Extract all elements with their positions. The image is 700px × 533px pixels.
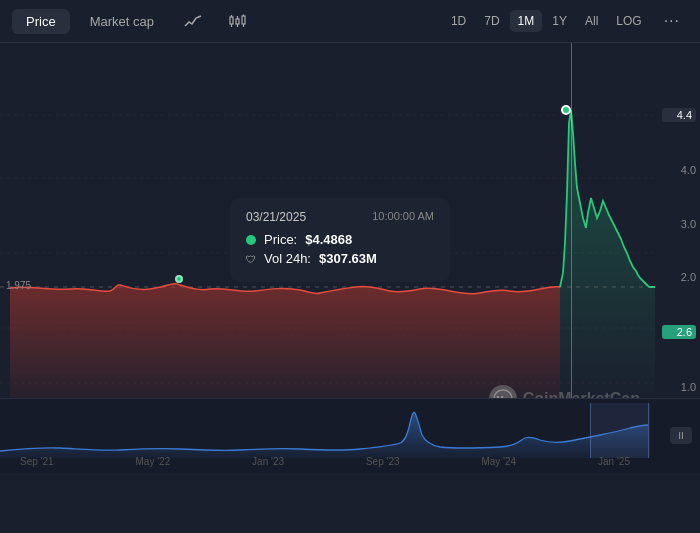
overview-x-4: Sep '23 [366, 456, 400, 467]
svg-rect-3 [236, 19, 239, 24]
time-1m[interactable]: 1M [510, 10, 543, 32]
chart-header: Price Market cap 1D 7D 1M 1Y All LOG ··· [0, 0, 700, 43]
overview-x-2: May '22 [136, 456, 171, 467]
line-chart-icon[interactable] [174, 9, 212, 33]
overview-svg [0, 403, 650, 458]
y-label-40: 4.0 [662, 164, 696, 176]
y-label-30: 3.0 [662, 218, 696, 230]
left-value-label: 1.975 [6, 280, 31, 291]
main-chart: 4.4 4.0 3.0 2.0 2.6 1.0 1.975 26 Feb 2 M… [0, 43, 700, 473]
tooltip-date-row: 03/21/2025 10:00:00 AM [246, 210, 434, 224]
more-button[interactable]: ··· [656, 8, 688, 34]
tooltip-vol-value: $307.63M [319, 251, 377, 266]
shield-icon: 🛡 [246, 254, 256, 264]
tab-marketcap[interactable]: Market cap [76, 9, 168, 34]
tooltip-time: 10:00:00 AM [372, 210, 434, 224]
tooltip-price-value: $4.4868 [305, 232, 352, 247]
svg-rect-19 [648, 403, 649, 458]
tooltip-price-label: Price: [264, 232, 297, 247]
overview-x-6: Jan '25 [598, 456, 630, 467]
time-7d[interactable]: 7D [476, 10, 507, 32]
time-1d[interactable]: 1D [443, 10, 474, 32]
candle-chart-icon[interactable] [218, 9, 256, 33]
time-log[interactable]: LOG [608, 10, 649, 32]
svg-rect-6 [242, 16, 245, 24]
tooltip-vol-row: 🛡 Vol 24h: $307.63M [246, 251, 434, 266]
tooltip-price-row: Price: $4.4868 [246, 232, 434, 247]
svg-rect-0 [230, 17, 233, 24]
time-buttons: 1D 7D 1M 1Y All LOG [443, 10, 650, 32]
peak-dot [561, 105, 571, 115]
time-all[interactable]: All [577, 10, 606, 32]
y-axis: 4.4 4.0 3.0 2.0 2.6 1.0 [658, 43, 700, 413]
tooltip-date: 03/21/2025 [246, 210, 306, 224]
small-dot [175, 275, 183, 283]
svg-rect-17 [590, 403, 650, 458]
tab-price[interactable]: Price [12, 9, 70, 34]
y-label-20: 2.0 [662, 271, 696, 283]
time-1y[interactable]: 1Y [544, 10, 575, 32]
tooltip-vol-label: Vol 24h: [264, 251, 311, 266]
overview-chart: Sep '21 May '22 Jan '23 Sep '23 May '24 … [0, 398, 700, 473]
overview-x-5: May '24 [481, 456, 516, 467]
y-label-10: 1.0 [662, 381, 696, 393]
overview-xaxis: Sep '21 May '22 Jan '23 Sep '23 May '24 … [0, 456, 650, 467]
y-label-44: 4.4 [662, 108, 696, 122]
svg-rect-18 [590, 403, 591, 458]
tooltip-price-dot [246, 235, 256, 245]
overview-x-3: Jan '23 [252, 456, 284, 467]
overview-x-1: Sep '21 [20, 456, 54, 467]
pause-button[interactable]: ⏸ [670, 427, 692, 444]
y-label-26: 2.6 [662, 325, 696, 339]
chart-tooltip: 03/21/2025 10:00:00 AM Price: $4.4868 🛡 … [230, 198, 450, 282]
